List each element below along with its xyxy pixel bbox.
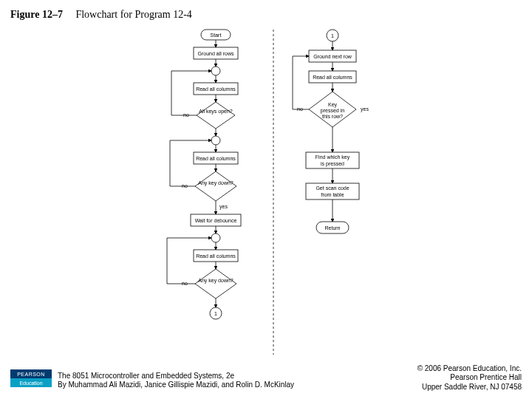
svg-text:All keys open?: All keys open? — [199, 109, 233, 115]
ground-next-row-label: Ground next row — [313, 54, 352, 59]
find-which-key: Find which key is pressed — [306, 152, 359, 168]
ground-next-row: Ground next row — [309, 50, 356, 62]
footer-copyright: © 2006 Pearson Education, Inc. Pearson P… — [417, 364, 522, 392]
read-columns-right: Read all columns — [309, 71, 356, 83]
any-down-1-no-label: no — [182, 183, 188, 188]
book-authors: By Muhammad Ali Mazidi, Janice Gillispie… — [58, 381, 294, 390]
book-title: The 8051 Microcontroller and Embedded Sy… — [58, 372, 294, 381]
copyright-line-3: Upper Saddle River, NJ 07458 — [417, 383, 522, 392]
ground-all-rows-label: Ground all rows — [197, 51, 234, 56]
footer-book-info: The 8051 Microcontroller and Embedded Sy… — [58, 372, 294, 390]
start-terminal: Start — [201, 30, 231, 40]
pearson-logo: PEARSON Education — [10, 369, 52, 392]
start-label: Start — [211, 33, 222, 38]
read-columns-3: Read all columns — [194, 250, 238, 262]
merge-point-2 — [211, 136, 220, 145]
merge-point-1 — [211, 66, 220, 75]
get-scan-code: Get scan code from table — [306, 183, 359, 200]
svg-text:this row?: this row? — [322, 114, 343, 119]
merge-point-3 — [211, 233, 220, 242]
svg-text:Key: Key — [328, 102, 338, 108]
flowchart-svg: Start Ground all rows Read all columns A… — [0, 0, 532, 399]
svg-text:Any key down?: Any key down? — [198, 278, 233, 284]
logo-top: PEARSON — [10, 369, 52, 378]
svg-text:is pressed: is pressed — [321, 161, 344, 167]
svg-marker-21 — [195, 269, 236, 299]
return-label: Return — [324, 225, 340, 231]
connector-in-label: 1 — [331, 33, 334, 38]
svg-text:pressed in: pressed in — [321, 108, 344, 114]
ground-all-rows: Ground all rows — [194, 47, 238, 59]
wait-debounce: Wait for debounce — [191, 214, 241, 226]
this-row-no-label: no — [297, 106, 303, 112]
connector-out-label: 1 — [214, 311, 217, 316]
read-columns-3-label: Read all columns — [196, 253, 236, 259]
connector-out: 1 — [210, 307, 222, 319]
return-terminal: Return — [316, 222, 349, 233]
all-keys-open-decision: All keys open? — [197, 102, 235, 129]
any-key-down-2-decision: Any key down? — [195, 269, 236, 299]
svg-marker-7 — [197, 102, 235, 129]
key-this-row-decision: Key pressed in this row? — [309, 92, 356, 127]
connector-in: 1 — [327, 30, 338, 41]
any-key-down-1-decision: Any key down? — [195, 171, 236, 201]
copyright-line-1: © 2006 Pearson Education, Inc. — [417, 364, 522, 374]
read-columns-1: Read all columns — [194, 83, 238, 95]
page-footer: PEARSON Education The 8051 Microcontroll… — [10, 364, 522, 392]
wait-debounce-label: Wait for debounce — [195, 218, 237, 223]
svg-text:Get scan code: Get scan code — [316, 185, 349, 191]
read-columns-1-label: Read all columns — [196, 86, 236, 92]
read-columns-2-label: Read all columns — [196, 156, 236, 161]
svg-text:from table: from table — [321, 192, 344, 197]
logo-bottom: Education — [10, 378, 52, 387]
any-down-1-yes-label: yes — [219, 204, 228, 210]
read-columns-right-label: Read all columns — [313, 75, 352, 80]
svg-text:Any key down?: Any key down? — [198, 180, 233, 186]
read-columns-2: Read all columns — [194, 152, 238, 164]
copyright-line-2: Pearson Prentice Hall — [417, 373, 522, 383]
this-row-no-edge — [293, 56, 309, 109]
svg-text:Find which key: Find which key — [316, 154, 350, 160]
svg-marker-13 — [195, 171, 236, 201]
any-down-2-no-label: no — [182, 281, 188, 286]
this-row-yes-label: yes — [361, 106, 369, 112]
all-open-no-label: no — [183, 112, 189, 117]
